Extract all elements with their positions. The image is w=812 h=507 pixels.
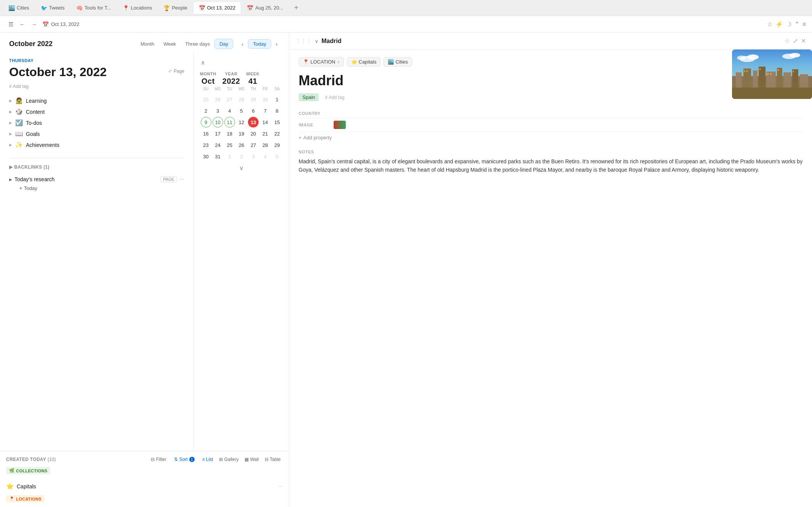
collapse-icon[interactable]: ⌃ bbox=[794, 21, 799, 28]
cal-day[interactable]: 5 bbox=[236, 105, 247, 116]
backlink-label[interactable]: Today's research bbox=[14, 176, 54, 182]
add-tab-button[interactable]: + bbox=[291, 3, 302, 13]
week-selector-value[interactable]: 41 bbox=[248, 77, 257, 86]
cal-day[interactable]: 29 bbox=[272, 140, 282, 150]
cal-day[interactable]: 21 bbox=[260, 128, 270, 139]
add-property-button[interactable]: + Add property bbox=[299, 132, 803, 143]
cal-day[interactable]: 23 bbox=[201, 140, 211, 150]
cal-day[interactable]: 11 bbox=[224, 117, 235, 128]
tab-tools[interactable]: 🧠 Tools for T... bbox=[71, 2, 117, 14]
cal-day[interactable]: 3 bbox=[213, 105, 223, 116]
tab-aug25[interactable]: 📅 Aug 25, 20... bbox=[241, 2, 289, 14]
cal-day[interactable]: 3 bbox=[248, 151, 259, 162]
more-icon[interactable]: ≡ bbox=[802, 21, 806, 28]
cal-day[interactable]: 16 bbox=[201, 128, 211, 139]
list-item-more[interactable]: ··· bbox=[278, 483, 283, 490]
tab-locations[interactable]: 📍 Locations bbox=[117, 2, 158, 14]
open-panel-icon[interactable]: ⤢ bbox=[793, 37, 798, 45]
add-tag-right[interactable]: # Add tag bbox=[325, 95, 344, 100]
close-panel-icon[interactable]: ✕ bbox=[801, 37, 806, 45]
tab-people[interactable]: 🏆 People bbox=[158, 2, 192, 14]
task-goals[interactable]: ▶ 📖 Goals bbox=[9, 128, 184, 139]
cal-day[interactable]: 20 bbox=[248, 128, 259, 139]
cal-day[interactable]: 12 bbox=[236, 117, 247, 128]
collapse-panel-button[interactable]: ∨ bbox=[315, 38, 318, 44]
property-image-value[interactable] bbox=[334, 121, 346, 129]
task-content[interactable]: ▶ 🎲 Content bbox=[9, 106, 184, 117]
view-wall-button[interactable]: ▦ Wall bbox=[242, 456, 261, 463]
forward-button[interactable]: → bbox=[29, 19, 39, 29]
star-panel-icon[interactable]: ☆ bbox=[785, 37, 790, 45]
cal-day[interactable]: 28 bbox=[236, 94, 247, 105]
cal-day[interactable]: 8 bbox=[272, 105, 282, 116]
tab-day[interactable]: Day bbox=[214, 39, 233, 49]
cal-day[interactable]: 26 bbox=[213, 94, 223, 105]
locations-badge[interactable]: 📍 LOCATIONS bbox=[6, 495, 45, 502]
cal-day[interactable]: 31 bbox=[213, 151, 223, 162]
cal-day[interactable]: 25 bbox=[201, 94, 211, 105]
cal-day[interactable]: 27 bbox=[224, 94, 235, 105]
cal-day[interactable]: 6 bbox=[248, 105, 259, 116]
moon-icon[interactable]: ☽ bbox=[786, 21, 791, 28]
tab-tweets[interactable]: 🐦 Tweets bbox=[35, 2, 70, 14]
cal-day[interactable]: 24 bbox=[213, 140, 223, 150]
collections-badge[interactable]: 🌿 COLLECTIONS bbox=[6, 467, 50, 474]
cal-day[interactable]: 17 bbox=[213, 128, 223, 139]
page-link-button[interactable]: ⤢ Page bbox=[168, 69, 184, 74]
sort-button[interactable]: ⇅ Sort 1 bbox=[172, 456, 197, 463]
cal-day[interactable]: 30 bbox=[260, 94, 270, 105]
list-item-capitals[interactable]: ⭐ Capitals ··· bbox=[6, 480, 283, 492]
cal-day[interactable]: 1 bbox=[224, 151, 235, 162]
cal-day[interactable]: 4 bbox=[224, 105, 235, 116]
cal-day[interactable]: 5 bbox=[272, 151, 282, 162]
cal-day[interactable]: 2 bbox=[201, 105, 211, 116]
tab-three-days[interactable]: Three days bbox=[181, 39, 214, 49]
cal-day[interactable]: 13 bbox=[248, 117, 259, 128]
view-gallery-button[interactable]: ⊞ Gallery bbox=[217, 456, 241, 463]
cal-day[interactable]: 10 bbox=[213, 117, 223, 128]
bookmark-icon[interactable]: ☆ bbox=[767, 21, 772, 28]
cal-day[interactable]: 1 bbox=[272, 94, 282, 105]
cal-day[interactable]: 29 bbox=[248, 94, 259, 105]
chip-cities[interactable]: 🏙️ Cities bbox=[384, 57, 412, 67]
cal-day[interactable]: 19 bbox=[236, 128, 247, 139]
cal-day[interactable]: 4 bbox=[260, 151, 270, 162]
cal-day[interactable]: 18 bbox=[224, 128, 235, 139]
tab-cities[interactable]: 🏙️ Cities bbox=[3, 2, 35, 14]
cal-day[interactable]: 30 bbox=[201, 151, 211, 162]
tab-month[interactable]: Month bbox=[136, 39, 159, 49]
backlinks-header[interactable]: ▶ BACKLINKS (1) bbox=[9, 164, 184, 170]
task-todos[interactable]: ▶ ☑️ To-dos bbox=[9, 117, 184, 128]
spain-tag[interactable]: Spain bbox=[299, 93, 319, 101]
cal-day[interactable]: 22 bbox=[272, 128, 282, 139]
cal-day[interactable]: 27 bbox=[248, 140, 259, 150]
tab-week[interactable]: Week bbox=[159, 39, 181, 49]
menu-button[interactable]: ☰ bbox=[6, 19, 16, 29]
back-button[interactable]: ← bbox=[17, 19, 27, 29]
add-tag[interactable]: # Add tag bbox=[9, 84, 184, 89]
today-button[interactable]: Today bbox=[248, 39, 271, 49]
cal-day[interactable]: 15 bbox=[272, 117, 282, 128]
month-selector-value[interactable]: Oct bbox=[201, 77, 215, 86]
location-tag-button[interactable]: 📍 LOCATION ∨ bbox=[299, 57, 344, 67]
cal-day[interactable]: 7 bbox=[260, 105, 270, 116]
tab-oct13[interactable]: 📅 Oct 13, 2022 bbox=[193, 2, 241, 14]
drag-handle[interactable]: ⋮⋮⋮ bbox=[296, 38, 312, 44]
cal-day[interactable]: 14 bbox=[260, 117, 270, 128]
year-selector-value[interactable]: 2022 bbox=[222, 77, 240, 86]
cal-day[interactable]: 9 bbox=[201, 117, 211, 128]
mini-cal-up[interactable]: ∧ bbox=[200, 58, 206, 67]
cal-day[interactable]: 26 bbox=[236, 140, 247, 150]
cal-prev-button[interactable]: ‹ bbox=[239, 39, 246, 49]
view-table-button[interactable]: ⊟ Table bbox=[262, 456, 283, 463]
cal-day[interactable]: 28 bbox=[260, 140, 270, 150]
cal-day[interactable]: 2 bbox=[236, 151, 247, 162]
task-learning[interactable]: ▶ 🧟 Learning bbox=[9, 95, 184, 106]
task-achievements[interactable]: ▶ ✨ Achievements bbox=[9, 139, 184, 150]
mini-cal-down[interactable]: ∨ bbox=[238, 164, 245, 172]
filter-button[interactable]: ⊟ Filter bbox=[149, 456, 169, 463]
settings-icon[interactable]: ⚡ bbox=[775, 21, 783, 28]
view-list-button[interactable]: ≡ List bbox=[200, 456, 216, 463]
cal-day[interactable]: 25 bbox=[224, 140, 235, 150]
chip-capitals[interactable]: ⭐ Capitals bbox=[347, 57, 381, 67]
